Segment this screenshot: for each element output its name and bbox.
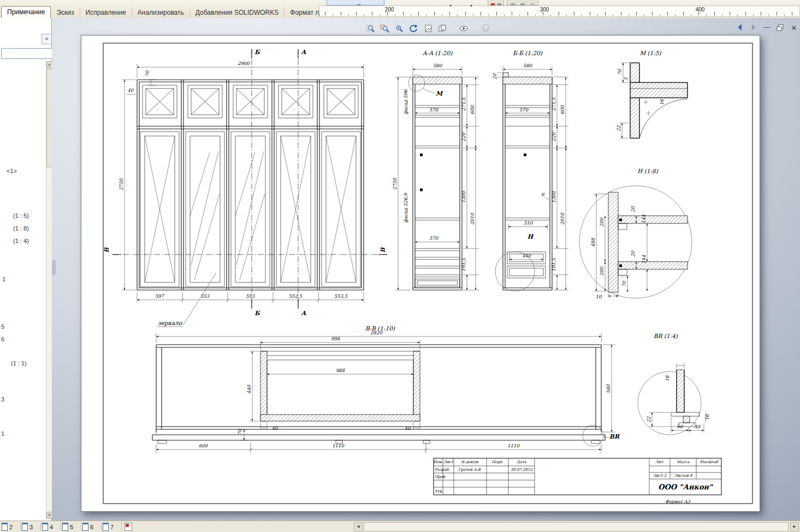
- view-section-bb[interactable]: Б-Б (1:20) 20 570 510 440 6 580 271,5: [492, 50, 568, 291]
- dim-label: 3: [623, 78, 629, 81]
- dim-label: 570: [429, 235, 438, 241]
- toolbar-partial-zoom-button[interactable]: [327, 0, 384, 5]
- draft-quality-icon: [424, 24, 434, 33]
- titleblock-cell: Масштаб: [700, 460, 719, 464]
- hscroll-left-icon[interactable]: ◀: [354, 522, 363, 531]
- hscrollbar-thumb[interactable]: [364, 522, 789, 531]
- tree-item[interactable]: (1 : 1): [11, 360, 27, 367]
- help-icon[interactable]: ?: [482, 24, 490, 32]
- colored-sheet-icon[interactable]: [125, 523, 132, 531]
- sheet-tab[interactable]: 6: [81, 522, 102, 531]
- section-label: А: [301, 310, 307, 317]
- dim-label: 570: [519, 107, 529, 113]
- dim-label: 552,5: [289, 293, 303, 299]
- rotate-view-button[interactable]: [407, 23, 419, 34]
- dropdown-chevron-icon[interactable]: ▾: [449, 3, 452, 8]
- dim-label: 600: [560, 105, 565, 114]
- dim-label: 144: [641, 214, 647, 223]
- drawing-sheet-svg: 2900 2750 70 40 597 553 553 552,5 553,5 …: [81, 36, 760, 511]
- dim-label: 440: [246, 385, 252, 394]
- tree-item[interactable]: 1: [2, 276, 5, 282]
- tree-item[interactable]: (1 : 8): [13, 225, 29, 232]
- tab-evaluate[interactable]: Анализировать: [132, 7, 190, 18]
- toolbar-partial-icon[interactable]: [507, 0, 538, 5]
- zoom-to-fit-button[interactable]: [365, 23, 377, 34]
- dim-label: 191,5: [461, 258, 466, 271]
- tree-item[interactable]: (1 : 5): [13, 212, 29, 219]
- horizontal-ruler: 200 300 400: [319, 5, 800, 17]
- view-section-aa[interactable]: А-А (1:20) 570 570 580 2750 фасад 596 фа…: [392, 50, 479, 290]
- dim-label: 488: [590, 238, 596, 247]
- dim-label: 553,5: [334, 293, 348, 299]
- tree-item[interactable]: 6: [1, 336, 4, 342]
- panel-splitter-handle[interactable]: [52, 260, 56, 275]
- commandmanager-tab-row: Примечание Эскиз Исправление Анализирова…: [1, 6, 339, 18]
- sheet-tab[interactable]: 4: [40, 522, 61, 531]
- zoom-to-fit-icon: [366, 24, 376, 33]
- tree-filter-input[interactable]: [1, 48, 52, 59]
- view-detail-m[interactable]: М (1:5) 70 3 16 22: [616, 50, 688, 138]
- view-detail-br[interactable]: BR (1:4) 16 22 60 40 16: [638, 333, 710, 435]
- tree-item[interactable]: 3: [1, 396, 4, 403]
- view-detail-h[interactable]: Н (1:8) 488 200 200 20 144 20 144: [579, 168, 692, 299]
- dim-label: 70: [237, 429, 242, 435]
- dim-label: 2010: [560, 213, 565, 225]
- dim-label: 998: [331, 336, 340, 341]
- back-button[interactable]: [734, 23, 745, 32]
- view-section-vv[interactable]: В-В (1:10) 2820 998 988 440 70 40: [152, 325, 620, 453]
- dim-label: 16: [659, 98, 665, 105]
- section-label: В: [380, 247, 387, 253]
- tree-item[interactable]: 5: [1, 323, 4, 330]
- view-title: М (1:5): [639, 50, 661, 56]
- dim-label: 20: [630, 206, 636, 212]
- dim-label: 40: [405, 425, 411, 431]
- detail-label: Н: [528, 233, 534, 240]
- draft-quality-button[interactable]: [423, 23, 435, 34]
- sheet-icon: [22, 523, 28, 531]
- view-orientation-button[interactable]: [458, 23, 470, 34]
- sheet-tab[interactable]: 7: [101, 522, 122, 531]
- tree-item[interactable]: 1: [1, 430, 4, 437]
- dropdown-chevron-icon[interactable]: ▾: [470, 3, 472, 8]
- dim-label: 70: [145, 70, 150, 76]
- dim-label: 200: [599, 217, 605, 227]
- rotate-view-icon: [408, 24, 418, 33]
- tab-revision[interactable]: Исправление: [80, 7, 132, 18]
- dim-label: 1110: [332, 443, 344, 448]
- titleblock-cell: Утв.: [435, 489, 443, 494]
- hscroll-right-icon[interactable]: ▶: [790, 522, 799, 531]
- restore-button[interactable]: [775, 23, 786, 32]
- dim-label: 40: [128, 87, 134, 93]
- tab-sketch[interactable]: Эскиз: [51, 7, 80, 18]
- dim-label: 597: [155, 293, 165, 299]
- view-front[interactable]: 2900 2750 70 40 597 553 553 552,5 553,5 …: [103, 49, 387, 327]
- zoom-to-area-button[interactable]: [379, 23, 391, 34]
- tree-item[interactable]: <1>: [7, 168, 17, 174]
- toolbar-partial-icon[interactable]: [488, 0, 504, 5]
- restore-window-icon: [776, 23, 785, 32]
- sheet-tab[interactable]: 3: [20, 522, 41, 531]
- view-title: Б-Б (1:20): [513, 50, 543, 56]
- close-button[interactable]: ×: [789, 23, 799, 32]
- titleblock-cell: Подп.: [491, 460, 503, 464]
- panel-collapse-chevron-icon[interactable]: »: [42, 34, 52, 44]
- sheet-tab[interactable]: 2: [0, 522, 21, 531]
- tab-solidworks-addins[interactable]: Добавления SOLIDWORKS: [190, 7, 285, 18]
- titleblock-cell: № докум.: [461, 460, 479, 464]
- tab-annotation[interactable]: Примечание: [1, 6, 51, 18]
- titleblock-cell: Лист: [443, 460, 454, 464]
- drawing-sheet[interactable]: 2900 2750 70 40 597 553 553 552,5 553,5 …: [81, 35, 760, 512]
- dim-label: 22: [646, 416, 651, 422]
- forward-button[interactable]: [748, 23, 759, 32]
- dim-label: 22: [616, 125, 621, 131]
- sheet-tab-label: 6: [90, 524, 93, 530]
- sheet-tab[interactable]: 5: [61, 522, 81, 531]
- titleblock-cell: Листов 8: [674, 474, 692, 478]
- tree-item[interactable]: (1 : 4): [13, 238, 29, 244]
- copy-icon: [438, 24, 448, 33]
- copy-settings-button[interactable]: [437, 23, 449, 34]
- view-title: BR (1:4): [654, 333, 678, 339]
- minimize-button[interactable]: —: [761, 23, 772, 32]
- back-arrow-icon: [736, 23, 744, 32]
- zoom-in-out-button[interactable]: [393, 23, 405, 34]
